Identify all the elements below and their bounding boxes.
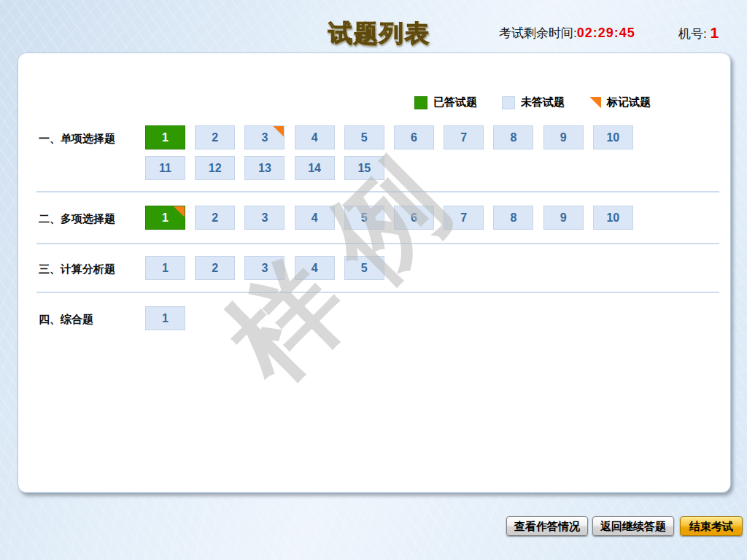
machine-value: 1 xyxy=(710,24,719,41)
section-divider xyxy=(36,243,719,244)
timer-label: 考试剩余时间: xyxy=(499,26,577,40)
question-button-single-choice-3[interactable]: 3 xyxy=(244,125,285,149)
section-label-calc-analysis: 三、计算分析题 xyxy=(39,262,115,276)
question-button-calc-analysis-2[interactable]: 2 xyxy=(195,256,235,280)
question-button-single-choice-6[interactable]: 6 xyxy=(394,125,434,149)
question-button-single-choice-12[interactable]: 12 xyxy=(195,156,235,180)
question-button-multi-choice-5[interactable]: 5 xyxy=(344,206,384,230)
unanswered-swatch-icon xyxy=(502,96,515,109)
question-button-single-choice-15[interactable]: 15 xyxy=(344,156,384,180)
section-divider xyxy=(36,292,719,293)
timer-value: 02:29:45 xyxy=(577,26,635,40)
question-button-multi-choice-7[interactable]: 7 xyxy=(444,206,484,230)
question-button-single-choice-10[interactable]: 10 xyxy=(593,125,633,149)
question-button-single-choice-1[interactable]: 1 xyxy=(145,125,185,149)
legend-answered-label: 已答试题 xyxy=(433,96,477,109)
question-button-multi-choice-4[interactable]: 4 xyxy=(295,206,335,230)
question-button-multi-choice-6[interactable]: 6 xyxy=(394,206,434,230)
question-button-single-choice-4[interactable]: 4 xyxy=(295,125,335,149)
legend-unanswered: 未答试题 xyxy=(502,96,565,109)
question-button-comprehensive-1[interactable]: 1 xyxy=(145,306,185,330)
machine-number: 机号: 1 xyxy=(678,24,719,42)
answered-swatch-icon xyxy=(414,96,427,109)
question-button-calc-analysis-1[interactable]: 1 xyxy=(145,256,185,280)
marked-corner-icon xyxy=(589,97,601,109)
question-button-single-choice-2[interactable]: 2 xyxy=(195,125,235,149)
section-label-comprehensive: 四、综合题 xyxy=(39,313,93,327)
machine-label: 机号: xyxy=(678,27,707,41)
question-button-single-choice-8[interactable]: 8 xyxy=(493,125,533,149)
question-button-single-choice-14[interactable]: 14 xyxy=(295,156,335,180)
question-button-multi-choice-9[interactable]: 9 xyxy=(543,206,584,230)
question-button-calc-analysis-3[interactable]: 3 xyxy=(244,256,285,280)
return-continue-button[interactable]: 返回继续答题 xyxy=(592,516,674,536)
section-label-multi-choice: 二、多项选择题 xyxy=(39,212,115,226)
question-button-single-choice-13[interactable]: 13 xyxy=(244,156,285,180)
legend-marked: 标记试题 xyxy=(589,96,651,109)
question-button-multi-choice-3[interactable]: 3 xyxy=(244,206,285,230)
marked-corner-icon xyxy=(174,206,185,217)
question-button-calc-analysis-5[interactable]: 5 xyxy=(344,256,384,280)
question-button-calc-analysis-4[interactable]: 4 xyxy=(295,256,335,280)
question-button-single-choice-9[interactable]: 9 xyxy=(543,125,584,149)
legend-marked-label: 标记试题 xyxy=(607,96,651,109)
section-divider xyxy=(36,191,719,192)
exam-timer: 考试剩余时间:02:29:45 xyxy=(499,25,635,42)
section-label-single-choice: 一、单项选择题 xyxy=(39,132,115,146)
legend-unanswered-label: 未答试题 xyxy=(521,96,565,109)
question-button-multi-choice-1[interactable]: 1 xyxy=(145,206,185,230)
legend: 已答试题 未答试题 标记试题 xyxy=(414,96,651,109)
view-answers-button[interactable]: 查看作答情况 xyxy=(506,516,588,536)
end-exam-button[interactable]: 结束考试 xyxy=(680,516,743,536)
question-button-multi-choice-10[interactable]: 10 xyxy=(593,206,633,230)
question-button-multi-choice-8[interactable]: 8 xyxy=(493,206,533,230)
marked-corner-icon xyxy=(273,126,284,137)
question-button-single-choice-11[interactable]: 11 xyxy=(145,156,185,180)
question-button-single-choice-5[interactable]: 5 xyxy=(344,125,384,149)
question-button-multi-choice-2[interactable]: 2 xyxy=(195,206,235,230)
page-title: 试题列表 xyxy=(328,18,430,50)
legend-answered: 已答试题 xyxy=(414,96,477,109)
question-button-single-choice-7[interactable]: 7 xyxy=(444,125,484,149)
